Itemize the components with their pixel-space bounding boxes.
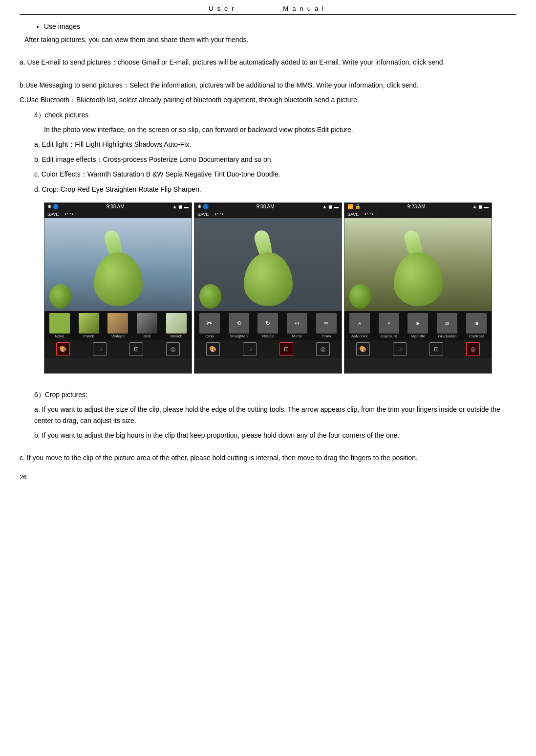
status-icons-right-2: ▲ ◼ ▬: [322, 204, 339, 209]
toolbar-icon-crop-1[interactable]: □: [93, 342, 107, 356]
photo-area-2: [194, 218, 342, 311]
toolbar-icon-adjust-2[interactable]: ⊡: [279, 342, 293, 356]
filter-straighten[interactable]: ⟲ Straighten: [229, 313, 249, 338]
toolbar-icon-crop-3[interactable]: □: [393, 342, 407, 356]
toolbar-icon-effects-3[interactable]: 🎨: [356, 342, 370, 356]
filter-vignette[interactable]: ◉ Vignette: [407, 313, 428, 338]
fruit-small-1: [49, 284, 71, 309]
filter-draw[interactable]: ✏ Draw: [316, 313, 337, 338]
fruit-main-1: [94, 252, 143, 306]
filter-rotate[interactable]: ↻ Rotate: [257, 313, 278, 338]
section-a: a. Use E-mail to send pictures：choose Gm…: [20, 57, 516, 67]
filter-thumb-punch[interactable]: [79, 313, 99, 334]
filter-label-straighten: Straighten: [230, 334, 247, 338]
intro-text: After taking pictures, you can view them…: [24, 34, 516, 45]
crop-c: c. If you move to the clip of the pictur…: [20, 452, 516, 463]
filter-thumb-vignette[interactable]: ◉: [407, 313, 428, 334]
filter-label-mirror: Mirror: [292, 334, 302, 338]
edit-b: b. Edit image effects：Cross-process Post…: [34, 154, 516, 165]
use-images-bullet: Use images: [44, 22, 516, 30]
toolbar-icon-other-3[interactable]: ◎: [466, 342, 480, 356]
photo-area-3: [344, 218, 492, 311]
page-header: User Manual: [20, 5, 516, 15]
filter-label-rotate: Rotate: [262, 334, 274, 338]
status-icons-left-3: 📶 🔒: [347, 204, 361, 209]
filter-bar-2[interactable]: ✂ Crop ⟲ Straighten ↻ Rotate ⇔ Mirror ✏ …: [194, 311, 342, 340]
filter-thumb-crop[interactable]: ✂: [199, 313, 220, 334]
save-label-3[interactable]: SAVE: [347, 212, 359, 217]
toolbar-icon-adjust-1[interactable]: ⊡: [129, 342, 143, 356]
fruit-main-2: [244, 252, 293, 306]
edit-c: c. Color Effects：Warmth Saturation B &W …: [34, 169, 516, 179]
filter-exposure[interactable]: ☀ Exposure: [379, 313, 399, 338]
filter-thumb-none[interactable]: [49, 313, 70, 334]
fruit-small-3: [349, 284, 371, 309]
filter-label-contrast: Contrast: [469, 334, 484, 338]
section-c: C.Use Bluetooth：Bluetooth list, select a…: [20, 94, 516, 105]
page-number: 26: [20, 473, 516, 481]
time-2: 9:08 AM: [257, 204, 275, 209]
filter-label-crop: Crop: [205, 334, 214, 338]
toolbar-icon-other-2[interactable]: ◎: [316, 342, 330, 356]
filter-thumb-vintage[interactable]: [107, 313, 128, 334]
edit-a: a. Edit light：Fill Light Highlights Shad…: [34, 139, 516, 150]
filter-thumb-autocolor[interactable]: A: [349, 313, 370, 334]
filter-bw[interactable]: B/W: [137, 313, 157, 338]
filter-none[interactable]: None: [49, 313, 70, 338]
filter-label-punch: Punch: [83, 334, 94, 338]
photo-area-1: [44, 218, 192, 311]
filter-label-bleach: Bleach: [171, 334, 182, 338]
filter-vintage[interactable]: Vintage: [107, 313, 128, 338]
filter-bleach[interactable]: Bleach: [166, 313, 187, 338]
toolbar-icon-effects-1[interactable]: 🎨: [56, 342, 70, 356]
use-images-text: Use images: [44, 22, 80, 30]
filter-thumb-bw[interactable]: [137, 313, 157, 334]
filter-crop[interactable]: ✂ Crop: [199, 313, 220, 338]
filter-label-autocolor: Autocolor: [351, 334, 368, 338]
filter-thumb-straighten[interactable]: ⟲: [229, 313, 249, 334]
filter-label-vignette: Vignette: [411, 334, 425, 338]
toolbar-icon-other-1[interactable]: ◎: [166, 342, 180, 356]
header-user: User: [209, 5, 237, 12]
filter-thumb-contrast[interactable]: ◑: [466, 313, 487, 334]
toolbar-icon-crop-2[interactable]: □: [243, 342, 257, 356]
bottom-toolbar-2[interactable]: 🎨 □ ⊡ ◎: [194, 340, 342, 358]
filter-thumb-bleach[interactable]: [166, 313, 187, 334]
filter-thumb-mirror[interactable]: ⇔: [287, 313, 307, 334]
filter-label-draw: Draw: [322, 334, 331, 338]
crop-b: b. If you want to adjust the big hours i…: [34, 430, 516, 441]
section-4-title: 4）check pictures: [34, 110, 516, 120]
save-bar-3: SAVE ↶ ↷ ⋮: [344, 210, 492, 218]
save-label-2[interactable]: SAVE: [197, 212, 209, 217]
status-bar-3: 📶 🔒 9:23 AM ▲ ◼ ▬: [344, 203, 492, 210]
filter-label-none: None: [55, 334, 64, 338]
bottom-toolbar-3[interactable]: 🎨 □ ⊡ ◎: [344, 340, 492, 358]
status-icons-right-1: ▲ ◼ ▬: [172, 204, 189, 209]
crop-a: a. If you want to adjust the size of the…: [34, 404, 516, 426]
filter-thumb-draw[interactable]: ✏: [316, 313, 337, 334]
status-icons-left-1: ✱ 🔵: [47, 204, 59, 209]
filter-autocolor[interactable]: A Autocolor: [349, 313, 370, 338]
filter-bar-3[interactable]: A Autocolor ☀ Exposure ◉ Vignette ▤ Grad…: [344, 311, 492, 340]
screenshot-2: ✱ 🔵 9:08 AM ▲ ◼ ▬ SAVE ↶ ↷ ⋮ ✂ Crop ⟲ St…: [194, 202, 342, 374]
filter-thumb-rotate[interactable]: ↻: [257, 313, 278, 334]
bottom-toolbar-1[interactable]: 🎨 □ ⊡ ◎: [44, 340, 192, 358]
status-bar-1: ✱ 🔵 9:08 AM ▲ ◼ ▬: [44, 203, 192, 210]
toolbar-icon-effects-2[interactable]: 🎨: [206, 342, 220, 356]
filter-thumb-exposure[interactable]: ☀: [379, 313, 399, 334]
filter-mirror[interactable]: ⇔ Mirror: [287, 313, 307, 338]
screenshots-container: ✱ 🔵 9:08 AM ▲ ◼ ▬ SAVE ↶ ↷ ⋮ None Punch: [20, 202, 516, 374]
filter-contrast[interactable]: ◑ Contrast: [466, 313, 487, 338]
filter-graduated[interactable]: ▤ Graduated: [437, 313, 457, 338]
save-bar-2: SAVE ↶ ↷ ⋮: [194, 210, 342, 218]
save-label-1[interactable]: SAVE: [47, 212, 59, 217]
filter-label-exposure: Exposure: [381, 334, 397, 338]
section-4-desc: In the photo view interface, on the scre…: [44, 124, 516, 135]
save-bar-1: SAVE ↶ ↷ ⋮: [44, 210, 192, 218]
filter-label-graduated: Graduated: [438, 334, 456, 338]
filter-punch[interactable]: Punch: [79, 313, 99, 338]
filter-label-bw: B/W: [144, 334, 151, 338]
filter-thumb-graduated[interactable]: ▤: [437, 313, 457, 334]
toolbar-icon-adjust-3[interactable]: ⊡: [429, 342, 443, 356]
filter-bar-1[interactable]: None Punch Vintage B/W Bleach: [44, 311, 192, 340]
